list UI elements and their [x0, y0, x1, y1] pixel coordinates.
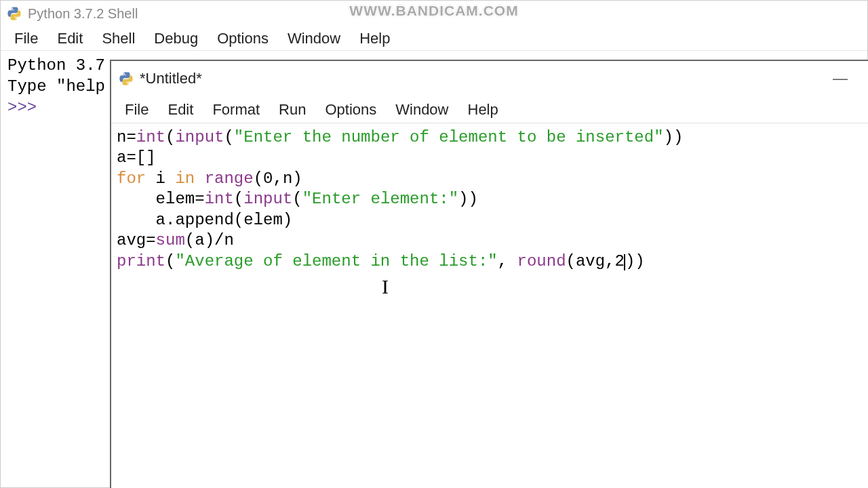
code: avg=	[117, 231, 156, 249]
shell-line2: Type "help	[7, 77, 105, 96]
code: (	[224, 128, 233, 146]
editor-menu-window[interactable]: Window	[386, 98, 458, 121]
code-builtin: input	[243, 190, 292, 208]
code: (	[292, 190, 302, 208]
shell-menu-edit[interactable]: Edit	[47, 27, 92, 50]
code-keyword: in	[175, 169, 195, 188]
code: ))	[458, 190, 478, 208]
editor-titlebar: *Untitled* —	[111, 61, 868, 96]
editor-menu-edit[interactable]: Edit	[158, 98, 203, 121]
code-builtin: input	[175, 128, 224, 146]
code-string: "Enter the number of element to be inser…	[234, 128, 664, 146]
code-string: "Enter element:"	[302, 190, 458, 208]
shell-menu-window[interactable]: Window	[278, 27, 350, 50]
code-string: "Average of element in the list:"	[175, 252, 497, 270]
code-keyword: for	[117, 169, 146, 188]
shell-menu-shell[interactable]: Shell	[92, 27, 144, 50]
code: a.append(elem)	[117, 211, 292, 229]
shell-menubar: File Edit Shell Debug Options Window Hel…	[1, 26, 867, 51]
code: (a)/n	[185, 231, 234, 249]
shell-menu-debug[interactable]: Debug	[144, 27, 208, 50]
editor-menu-options[interactable]: Options	[315, 98, 386, 121]
code: (	[165, 252, 175, 270]
code: ))	[664, 128, 684, 146]
watermark: WWW.BANDICAM.COM	[349, 3, 518, 19]
editor-menu-format[interactable]: Format	[203, 98, 269, 121]
code-builtin: int	[136, 128, 165, 146]
shell-menu-help[interactable]: Help	[350, 27, 399, 50]
editor-menubar: File Edit Format Run Options Window Help	[111, 96, 868, 123]
code-builtin: round	[517, 252, 566, 270]
code	[195, 169, 204, 188]
code: (avg,2	[566, 252, 625, 270]
editor-menu-help[interactable]: Help	[458, 98, 508, 121]
python-icon	[6, 5, 22, 22]
code-builtin: sum	[156, 231, 185, 249]
code-builtin: int	[205, 190, 234, 208]
editor-title: *Untitled*	[140, 70, 202, 87]
python-icon	[118, 70, 134, 87]
code: (	[165, 128, 175, 146]
minimize-icon[interactable]: —	[833, 70, 848, 87]
shell-title: Python 3.7.2 Shell	[28, 6, 138, 22]
editor-menu-file[interactable]: File	[115, 98, 158, 121]
code-editor[interactable]: n=int(input("Enter the number of element…	[111, 123, 868, 276]
shell-line1: Python 3.7	[7, 56, 105, 75]
code-builtin: print	[117, 252, 165, 270]
editor-window: *Untitled* — File Edit Format Run Option…	[110, 60, 868, 488]
code: ))	[625, 252, 645, 270]
code: (	[234, 190, 243, 208]
ibeam-cursor-icon: I	[382, 274, 389, 300]
editor-menu-run[interactable]: Run	[269, 98, 315, 121]
code: elem=	[117, 190, 205, 208]
code: ,	[498, 252, 517, 270]
shell-menu-options[interactable]: Options	[208, 27, 278, 50]
shell-prompt: >>>	[7, 98, 47, 117]
window-controls: —	[833, 70, 861, 87]
code-builtin: range	[205, 169, 254, 188]
shell-menu-file[interactable]: File	[5, 27, 47, 50]
code: n=	[117, 128, 136, 146]
code: a=[]	[117, 148, 156, 167]
code: (0,n)	[254, 169, 302, 188]
code: i	[146, 169, 175, 188]
